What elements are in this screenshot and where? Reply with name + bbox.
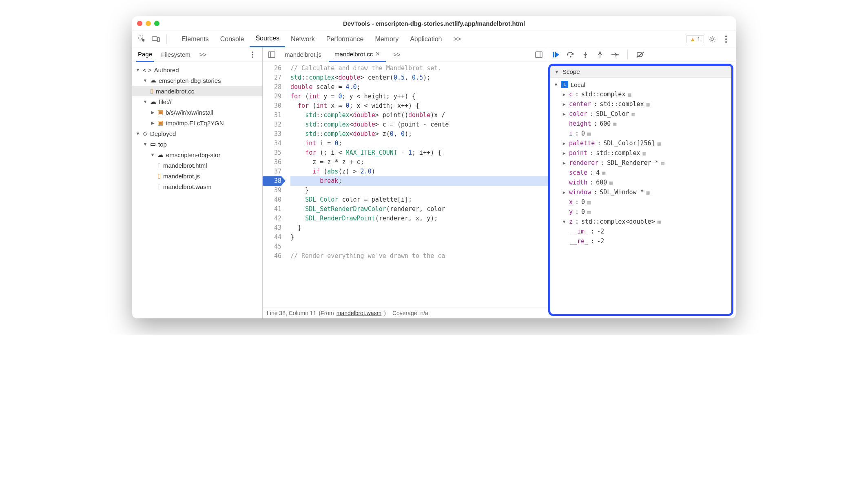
scope-var-center[interactable]: ▶center: std::complex▦ bbox=[550, 99, 731, 109]
scope-var-z-im[interactable]: __im_: -2 bbox=[550, 227, 731, 236]
code-line[interactable]: // Render everything we've drawn to the … bbox=[290, 251, 548, 261]
code-line[interactable]: std::complex<double> z(0, 0); bbox=[290, 129, 548, 139]
close-tab-icon[interactable]: ✕ bbox=[375, 51, 380, 57]
tabs-overflow[interactable]: >> bbox=[447, 31, 467, 47]
line-number[interactable]: 41 bbox=[263, 204, 281, 214]
deactivate-breakpoints-button[interactable] bbox=[636, 50, 645, 59]
line-number[interactable]: 30 bbox=[263, 101, 281, 111]
scope-header[interactable]: ▼ Scope bbox=[550, 66, 731, 78]
tree-group-deployed[interactable]: ▼◇Deployed bbox=[132, 128, 262, 139]
tree-file-mandelbrot-js[interactable]: ▯mandelbrot.js bbox=[132, 171, 262, 181]
memory-icon[interactable]: ▦ bbox=[647, 101, 650, 107]
code-line[interactable]: } bbox=[290, 233, 548, 242]
tree-folder-install[interactable]: ▶▣b/s/w/ir/x/w/install bbox=[132, 107, 262, 118]
editor-tabs-overflow[interactable]: >> bbox=[388, 47, 406, 62]
scope-var-z[interactable]: ▼ z: std::complex<double> ▦ bbox=[550, 217, 731, 227]
navigator-menu-icon[interactable] bbox=[247, 49, 258, 60]
step-into-button[interactable] bbox=[581, 50, 590, 59]
navigator-tab-page[interactable]: Page bbox=[136, 47, 154, 62]
code-line[interactable]: // Calculate and draw the Mandelbrot set… bbox=[290, 64, 548, 73]
code-line[interactable]: if (abs(z) > 2.0) bbox=[290, 167, 548, 176]
scope-var-renderer[interactable]: ▶renderer: SDL_Renderer *▦ bbox=[550, 158, 731, 168]
scope-var-palette[interactable]: ▶palette: SDL_Color[256]▦ bbox=[550, 138, 731, 148]
code-content[interactable]: // Calculate and draw the Mandelbrot set… bbox=[285, 62, 548, 307]
tree-file-mandelbrot-html[interactable]: ▯mandelbrot.html bbox=[132, 160, 262, 171]
scope-var-y[interactable]: y: 0▦ bbox=[550, 207, 731, 217]
line-number[interactable]: 45 bbox=[263, 242, 281, 251]
line-number[interactable]: 31 bbox=[263, 111, 281, 120]
memory-icon[interactable]: ▦ bbox=[628, 91, 631, 98]
toggle-debugger-icon[interactable] bbox=[533, 49, 545, 60]
code-line[interactable]: SDL_RenderDrawPoint(renderer, x, y); bbox=[290, 214, 548, 223]
kebab-menu-icon[interactable] bbox=[720, 33, 732, 45]
code-line[interactable]: std::complex<double> center(0.5, 0.5); bbox=[290, 73, 548, 82]
code-editor[interactable]: 2627282930313233343536373839404142434445… bbox=[263, 62, 548, 307]
code-line[interactable]: double scale = 4.0; bbox=[290, 82, 548, 92]
memory-icon[interactable]: ▦ bbox=[658, 219, 661, 225]
scope-var-scale[interactable]: scale: 4▦ bbox=[550, 168, 731, 178]
line-number[interactable]: 46 bbox=[263, 251, 281, 261]
scope-var-x[interactable]: x: 0▦ bbox=[550, 197, 731, 207]
tree-file-mandelbrot-wasm[interactable]: ▯mandelbrot.wasm bbox=[132, 181, 262, 192]
code-line[interactable]: break; bbox=[290, 176, 548, 186]
scope-var-z-re[interactable]: __re_: -2 bbox=[550, 236, 731, 246]
step-over-button[interactable] bbox=[566, 50, 575, 59]
memory-icon[interactable]: ▦ bbox=[631, 111, 635, 117]
device-toolbar-icon[interactable] bbox=[150, 33, 162, 45]
minimize-window-button[interactable] bbox=[146, 21, 151, 26]
code-line[interactable]: int i = 0; bbox=[290, 139, 548, 148]
code-line[interactable]: } bbox=[290, 186, 548, 195]
warnings-badge[interactable]: ▲ 1 bbox=[686, 35, 704, 43]
code-line[interactable]: z = z * z + c; bbox=[290, 158, 548, 167]
scope-local-header[interactable]: ▼ L Local bbox=[550, 80, 731, 89]
scope-var-window[interactable]: ▶window: SDL_Window *▦ bbox=[550, 187, 731, 197]
line-number[interactable]: 26 bbox=[263, 64, 281, 73]
line-number[interactable]: 36 bbox=[263, 158, 281, 167]
memory-icon[interactable]: ▦ bbox=[609, 180, 613, 186]
close-window-button[interactable] bbox=[137, 21, 142, 26]
line-number[interactable]: 29 bbox=[263, 92, 281, 101]
tab-sources[interactable]: Sources bbox=[250, 31, 285, 47]
memory-icon[interactable]: ▦ bbox=[602, 170, 605, 176]
line-number-gutter[interactable]: 2627282930313233343536373839404142434445… bbox=[263, 62, 285, 307]
line-number[interactable]: 38 bbox=[263, 176, 281, 186]
toggle-navigator-icon[interactable] bbox=[266, 49, 277, 60]
line-number[interactable]: 39 bbox=[263, 186, 281, 195]
line-number[interactable]: 33 bbox=[263, 129, 281, 139]
line-number[interactable]: 44 bbox=[263, 233, 281, 242]
tree-folder-tmp[interactable]: ▶▣tmp/tmp.ELcTq2YGN bbox=[132, 118, 262, 128]
line-number[interactable]: 27 bbox=[263, 73, 281, 82]
scope-var-width[interactable]: width: 600▦ bbox=[550, 178, 731, 187]
tab-network[interactable]: Network bbox=[285, 31, 321, 47]
resume-button[interactable] bbox=[551, 50, 560, 59]
editor-tab-cc[interactable]: mandelbrot.cc✕ bbox=[329, 47, 386, 62]
memory-icon[interactable]: ▦ bbox=[587, 199, 591, 205]
tab-performance[interactable]: Performance bbox=[321, 31, 370, 47]
tab-memory[interactable]: Memory bbox=[369, 31, 404, 47]
code-line[interactable]: std::complex<double> point((double)x / bbox=[290, 111, 548, 120]
code-line[interactable]: for (; i < MAX_ITER_COUNT - 1; i++) { bbox=[290, 148, 548, 158]
tree-site-deployed[interactable]: ▼☁emscripten-dbg-stor bbox=[132, 149, 262, 160]
scope-var-height[interactable]: height: 600▦ bbox=[550, 119, 731, 129]
step-out-button[interactable] bbox=[596, 50, 604, 59]
source-map-origin[interactable]: mandelbrot.wasm bbox=[337, 310, 382, 316]
code-line[interactable]: SDL_Color color = palette[i]; bbox=[290, 195, 548, 204]
line-number[interactable]: 42 bbox=[263, 214, 281, 223]
tree-top[interactable]: ▼▭top bbox=[132, 139, 262, 149]
line-number[interactable]: 37 bbox=[263, 167, 281, 176]
inspect-element-icon[interactable] bbox=[136, 33, 148, 45]
code-line[interactable]: for (int x = 0; x < width; x++) { bbox=[290, 101, 548, 111]
tab-application[interactable]: Application bbox=[404, 31, 447, 47]
navigator-tabs-overflow[interactable]: >> bbox=[198, 47, 208, 62]
memory-icon[interactable]: ▦ bbox=[647, 189, 650, 196]
memory-icon[interactable]: ▦ bbox=[587, 131, 591, 137]
code-line[interactable] bbox=[290, 242, 548, 251]
tree-site-authored[interactable]: ▼☁emscripten-dbg-stories bbox=[132, 75, 262, 86]
memory-icon[interactable]: ▦ bbox=[613, 121, 616, 127]
navigator-tab-filesystem[interactable]: Filesystem bbox=[159, 47, 192, 62]
code-line[interactable]: SDL_SetRenderDrawColor(renderer, color bbox=[290, 204, 548, 214]
line-number[interactable]: 43 bbox=[263, 223, 281, 233]
tab-console[interactable]: Console bbox=[215, 31, 250, 47]
memory-icon[interactable]: ▦ bbox=[643, 150, 646, 156]
tab-elements[interactable]: Elements bbox=[176, 31, 215, 47]
